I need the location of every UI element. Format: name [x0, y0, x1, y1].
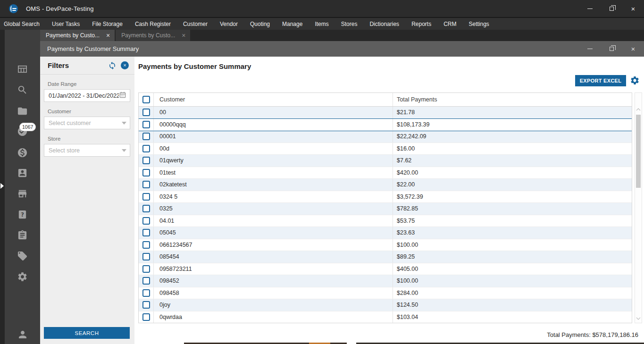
calendar-icon[interactable] [119, 91, 126, 101]
restore-button[interactable] [601, 0, 622, 17]
sidebar-expand-handle[interactable] [0, 183, 4, 189]
menu-item-settings[interactable]: Settings [462, 21, 495, 27]
table-row[interactable]: 01qwerty$7.62 [139, 155, 632, 167]
grid-settings-gear-icon[interactable] [630, 76, 640, 87]
table-row[interactable]: 02katetest$22.00 [139, 179, 632, 191]
row-checkbox[interactable] [139, 119, 154, 131]
menu-item-stores[interactable]: Stores [335, 21, 364, 27]
row-checkbox[interactable] [139, 227, 154, 239]
table-row[interactable]: 0qwrdaa$103.04 [139, 311, 632, 324]
row-checkbox[interactable] [139, 179, 154, 191]
date-range-field[interactable] [44, 89, 130, 102]
menu-item-reports[interactable]: Reports [405, 21, 437, 27]
table-row[interactable]: 0325$782.85 [139, 203, 632, 215]
tags-label-icon[interactable] [5, 251, 40, 261]
row-checkbox[interactable] [139, 203, 154, 215]
app-logo-icon [9, 4, 18, 13]
table-row[interactable]: 04.01$53.75 [139, 215, 632, 227]
window-title: OMS - DevPace-Testing [26, 5, 94, 12]
scroll-up-icon[interactable] [636, 108, 641, 111]
tab-payments-by-customer-1[interactable]: Payments by Custo... × [40, 30, 115, 41]
table-row[interactable]: 00d$16.00 [139, 143, 632, 155]
column-header-total-payments[interactable]: Total Payments [393, 93, 632, 106]
refresh-filters-icon[interactable] [108, 61, 117, 70]
table-row[interactable]: 0958723211$405.00 [139, 263, 632, 276]
total-payments-cell: $3,572.39 [393, 191, 632, 203]
customer-filter-label: Customer [48, 109, 134, 114]
row-checkbox[interactable] [139, 263, 154, 275]
stores-storefront-icon[interactable] [5, 188, 40, 199]
menu-item-manage[interactable]: Manage [276, 21, 309, 27]
inner-close-button[interactable]: × [622, 41, 644, 57]
export-excel-button[interactable]: EXPORT EXCEL [575, 75, 626, 86]
table-row[interactable]: 05045$23.63 [139, 227, 632, 239]
table-row[interactable]: 0661234567$100.00 [139, 239, 632, 252]
column-header-customer[interactable]: Customer [154, 93, 393, 106]
documents-folder-icon[interactable] [5, 106, 40, 117]
row-checkbox[interactable] [139, 299, 154, 311]
row-checkbox[interactable] [139, 107, 154, 118]
support-question-icon[interactable]: ? [5, 209, 40, 220]
scroll-down-icon[interactable] [636, 317, 641, 320]
customers-contact-icon[interactable] [5, 168, 40, 178]
menu-item-items[interactable]: Items [309, 21, 335, 27]
customer-cell: 0958723211 [154, 263, 393, 275]
menu-item-customer[interactable]: Customer [177, 21, 214, 27]
table-row[interactable]: 00000qqq$108,173.39 [139, 119, 632, 131]
table-row[interactable]: 00$21.78 [139, 107, 632, 119]
tab-strip: Payments by Custo... × Payments by Custo… [40, 30, 644, 41]
row-checkbox[interactable] [139, 215, 154, 227]
table-row[interactable]: 01test$420.00 [139, 167, 632, 179]
date-range-input[interactable] [49, 92, 119, 99]
row-checkbox[interactable] [139, 143, 154, 155]
payments-dollar-icon[interactable] [5, 147, 40, 158]
row-checkbox[interactable] [139, 251, 154, 263]
settings-gear-icon[interactable] [5, 271, 40, 282]
table-row[interactable]: 00001$22,242.09 [139, 131, 632, 143]
tab-close-icon[interactable]: × [106, 32, 110, 39]
store-select[interactable]: Select store [44, 144, 130, 157]
dashboard-icon[interactable] [5, 64, 40, 75]
user-profile-icon[interactable] [5, 329, 40, 340]
table-row[interactable]: 098458$284.00 [139, 287, 632, 300]
inner-minimize-button[interactable] [579, 41, 601, 57]
notification-badge: 1067 [19, 123, 36, 131]
menu-item-vendor[interactable]: Vendor [214, 21, 244, 27]
row-checkbox[interactable] [139, 131, 154, 143]
inner-restore-button[interactable] [601, 41, 622, 57]
select-all-checkbox[interactable] [139, 93, 154, 106]
row-checkbox[interactable] [139, 275, 154, 287]
close-button[interactable]: × [622, 0, 644, 17]
row-checkbox[interactable] [139, 287, 154, 299]
total-payments-cell: $108,173.39 [393, 119, 632, 131]
table-row[interactable]: 098452$100.00 [139, 275, 632, 287]
report-content: Payments by Customer Summary EXPORT EXCE… [134, 57, 644, 344]
menu-item-user-tasks[interactable]: User Tasks [46, 21, 86, 27]
menu-item-cash-register[interactable]: Cash Register [129, 21, 177, 27]
vertical-scrollbar[interactable] [635, 92, 642, 323]
menu-item-crm[interactable]: CRM [437, 21, 462, 27]
scrollbar-thumb[interactable] [636, 115, 641, 188]
menu-item-dictionaries[interactable]: Dictionaries [363, 21, 405, 27]
menu-item-quoting[interactable]: Quoting [244, 21, 276, 27]
table-row[interactable]: 085454$89.25 [139, 251, 632, 263]
row-checkbox[interactable] [139, 239, 154, 251]
menu-item-global-search[interactable]: Global Search [0, 21, 46, 27]
search-icon[interactable] [5, 84, 40, 95]
menu-item-file-storage[interactable]: File Storage [86, 21, 129, 27]
row-checkbox[interactable] [139, 167, 154, 179]
tab-payments-by-customer-2[interactable]: Payments by Custo... × [116, 30, 190, 41]
row-checkbox[interactable] [139, 155, 154, 167]
search-button[interactable]: SEARCH [44, 327, 130, 339]
orders-clipboard-icon[interactable] [5, 230, 40, 241]
row-checkbox[interactable] [139, 191, 154, 203]
customer-select[interactable]: Select customer [44, 117, 130, 129]
customer-cell: 01qwerty [154, 155, 393, 167]
table-row[interactable]: 0324 5$3,572.39 [139, 191, 632, 203]
minimize-button[interactable] [579, 0, 601, 17]
tab-close-icon[interactable]: × [182, 32, 185, 39]
customer-cell: 05045 [154, 227, 393, 239]
table-row[interactable]: 0joy$124.50 [139, 299, 632, 311]
clear-filters-icon[interactable]: × [121, 61, 129, 69]
row-checkbox[interactable] [139, 311, 154, 323]
